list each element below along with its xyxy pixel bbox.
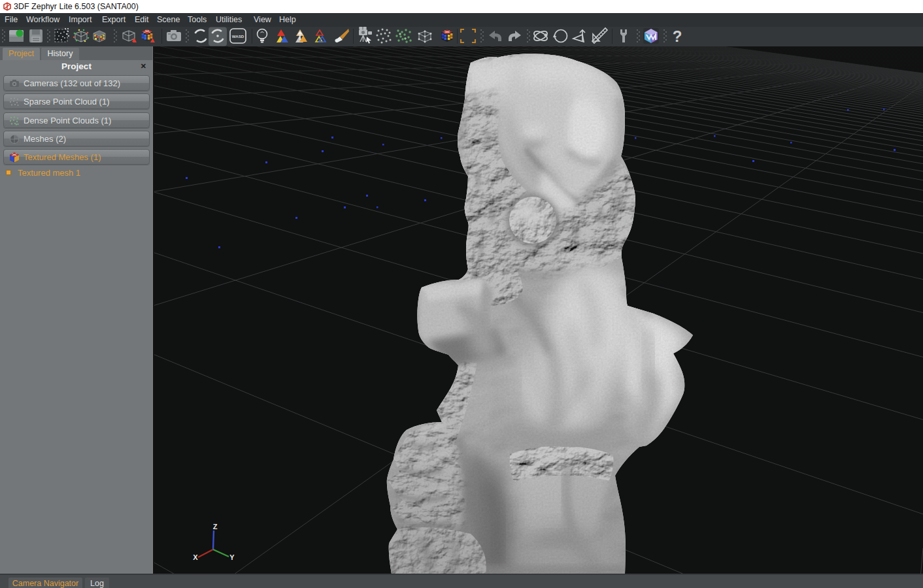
svg-text:Y: Y bbox=[229, 553, 235, 561]
svg-text:WASD: WASD bbox=[232, 34, 244, 39]
svg-text:Z: Z bbox=[213, 523, 218, 531]
svg-text:X: X bbox=[193, 553, 198, 561]
svg-text:?: ? bbox=[673, 27, 682, 45]
